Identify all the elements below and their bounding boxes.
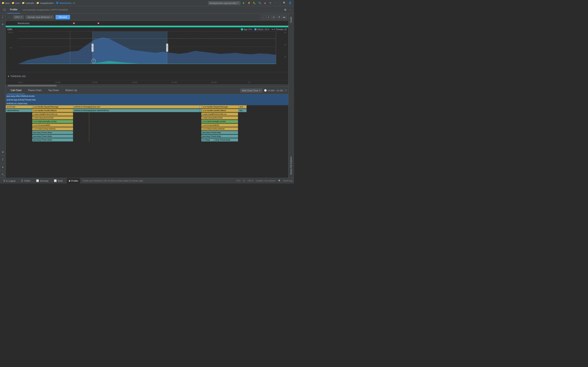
breadcrumb-myapp-label[interactable]: myapplication (40, 2, 54, 4)
hscroll-thumb[interactable] (8, 85, 57, 86)
bar-nat[interactable]: nat... (238, 109, 247, 112)
bar-aom-next[interactable]: a.o.M.next (6, 105, 32, 108)
left-sidebar-toggle[interactable]: ⊡ (2, 8, 7, 11)
tab-flame-chart[interactable]: Flame Chart (25, 87, 45, 94)
bar-onclick-1[interactable]: c.e.m.MainActivity$1.onClick (32, 120, 73, 123)
status-tab-profiler[interactable]: ◑ Profiler (67, 178, 80, 184)
bar-sleep-2a[interactable]: java.lang.Thread.sleep (201, 131, 238, 134)
bar-msgqueue-nativepoll[interactable]: android.os.MessageQueue.nativePollOnce (73, 109, 200, 112)
bar-handler-dispatch-1[interactable]: a.os.Handler.dispatchMessage (32, 105, 73, 108)
sidebar-structure-icon[interactable]: Z (0, 157, 5, 162)
zoom-minus-btn[interactable]: − (261, 15, 265, 19)
zoom-plus-btn[interactable]: + (266, 15, 271, 19)
more-btn[interactable]: ⋯ (273, 1, 278, 5)
run-btn[interactable]: ▶ (242, 1, 246, 5)
bar-sleep-1b[interactable]: java.lang.Thread.sleep (32, 134, 73, 138)
method-selector[interactable]: Sample Java Methods ▼ (26, 15, 54, 19)
bar-handler-callback-1[interactable]: a.os.Handler.handleCallback (32, 109, 73, 112)
zoom-fit-btn[interactable]: ⊙ (272, 15, 276, 19)
app-selector[interactable]: MyApplication:app [bundle] ▼ (208, 1, 240, 5)
event-log-label[interactable]: Event Log (283, 180, 292, 182)
undo-icon[interactable]: ↩ (73, 1, 75, 5)
threads-toggle[interactable]: ▼ (7, 75, 9, 77)
avatar-icon[interactable]: 👤 (288, 1, 292, 5)
sidebar-build-icon[interactable]: 🔨 (0, 172, 5, 177)
bar-access000-1[interactable]: c.e.m.M.access$000 (32, 124, 73, 127)
tab-bottom-up[interactable]: Bottom Up (62, 87, 80, 94)
bar-method1-1[interactable]: c.e.m.MainActivity.method1 (32, 127, 73, 131)
tab-call-chart-label: Call Chart (11, 89, 21, 92)
minimize-icon[interactable]: − (288, 8, 292, 12)
record-button[interactable]: Record (56, 15, 70, 19)
line-ending[interactable]: LF (243, 180, 245, 182)
bar-sleep-1a[interactable]: java.lang.Thread.sleep (32, 131, 73, 134)
method-row-2: nativePollOnce a.os.Handler.handleCallba… (6, 109, 288, 113)
search-icon[interactable]: 🔍 (282, 1, 287, 5)
bar-method2-2[interactable]: c.e.m.MainActivity.method2 (201, 127, 238, 131)
cpu-selector[interactable]: CPU ▼ (13, 15, 24, 19)
tab-top-down[interactable]: Top Down (45, 87, 62, 94)
stop-btn[interactable]: ■ (263, 1, 267, 5)
breadcrumb-com-label[interactable]: com (15, 2, 20, 4)
selection-handle-left[interactable] (91, 44, 94, 52)
zoom-end-btn[interactable]: ⏭ (282, 15, 287, 19)
logcat-label: 6: Logcat (6, 180, 15, 182)
breadcrumb-java-label[interactable]: java (5, 2, 9, 4)
zoom-reset-btn[interactable]: ↺ (277, 15, 281, 19)
tab-profiler-label: Profiler (10, 8, 17, 11)
bar-handler-dispatch-2[interactable]: a.os.Handler.dispatchMessage (202, 105, 238, 108)
attach-btn[interactable]: 📎 (258, 1, 262, 5)
status-tab-logcat[interactable]: ☰ 6: Logcat (2, 178, 17, 184)
bar-onclick-2[interactable]: c.e.m.MainActivity$2.onClick (201, 120, 238, 123)
debug-btn[interactable]: ⚡ (247, 1, 251, 5)
bar-sleep-2c[interactable]: j.lang.Thread.sleep (214, 138, 238, 142)
bar-performclick-run-1[interactable]: a.view.View$PerformClick.run (32, 113, 73, 116)
tab-profiler[interactable]: Profiler (7, 6, 20, 13)
sync-btn[interactable]: ↻ (268, 1, 273, 5)
bar-performclick-2[interactable]: a.view.View.performClick (201, 116, 238, 119)
bar-sleep-1c[interactable]: java.lang.Thread.sleep (32, 138, 73, 142)
sidebar-project-icon[interactable]: 1P (0, 14, 5, 19)
cursor-pos[interactable]: 47:9 (236, 180, 240, 182)
bar-performclick-1[interactable]: a.view.View.performClick (32, 116, 73, 119)
breadcrumb-java[interactable]: 📁 (2, 2, 4, 4)
sep3: / (35, 2, 35, 4)
sidebar-favorites-icon[interactable]: ★ (0, 165, 5, 169)
wall-clock-selector[interactable]: Wall Clock Time ▼ (240, 89, 262, 92)
call-chart-area[interactable]: java.lang.reflect.Method.invoke android.… (6, 94, 288, 178)
sidebar-layout-icon[interactable]: ⊞ (0, 150, 5, 154)
sidebar-add-icon[interactable]: + (0, 22, 5, 27)
bar-access100-2[interactable]: c.e.m.M.access$100 (201, 124, 238, 127)
threads-label: THREADS (26) (10, 75, 26, 77)
status-tab-todo[interactable]: ☰ TODO (19, 178, 32, 184)
bar-handler-callback-2[interactable]: a.os.Handler.handleCallback (202, 109, 238, 112)
tab-call-chart[interactable]: Call Chart (7, 87, 25, 94)
legend-others-dot (254, 28, 256, 30)
bar-msgqueue-next[interactable]: android.os.MessageQueue.next (73, 105, 200, 108)
empty-16 (6, 131, 32, 134)
bar-jltsleep[interactable]: j.l.T.sleep (201, 138, 214, 142)
bar-performclick-run-2[interactable]: a.view.View$PerformClick.run (201, 113, 238, 116)
bar-nativepollonce-1[interactable]: nativePollOnce (6, 109, 32, 112)
breadcrumb-example-label[interactable]: example (26, 2, 34, 4)
status-tab-build[interactable]: ⬜ Build (52, 178, 64, 184)
back-button[interactable]: ← (7, 15, 11, 19)
breadcrumb-com[interactable]: 📁 (12, 2, 15, 4)
breadcrumb-mainactivity-label[interactable]: MainActivity (60, 2, 72, 4)
breadcrumb-example[interactable]: 📁 (22, 2, 25, 4)
bar-next[interactable]: next (238, 105, 247, 108)
profile-btn[interactable]: 🐛 (252, 1, 257, 5)
bar-sleep-2b[interactable]: java.lang.Thread.sleep (201, 134, 238, 138)
hscrollbar[interactable]: ····· (6, 84, 288, 87)
status-tab-terminal[interactable]: ⬜ Terminal (35, 178, 50, 184)
right-tab-gradle[interactable]: Gradle (289, 14, 293, 25)
breadcrumb-myapp[interactable]: 📁 (36, 2, 39, 4)
selection-handle-right[interactable] (166, 44, 168, 52)
right-tab-device-file[interactable]: Device File Explorer (289, 154, 293, 177)
breadcrumb-mainactivity[interactable]: 🔵 (56, 2, 59, 4)
right-sidebar: Gradle Device File Explorer (288, 13, 294, 178)
encoding[interactable]: UTF-8 (248, 180, 253, 182)
filter-button[interactable]: ▽ (285, 89, 287, 92)
settings-icon[interactable]: ⚙ (283, 8, 288, 11)
sidebar-divider-2 (1, 156, 5, 156)
